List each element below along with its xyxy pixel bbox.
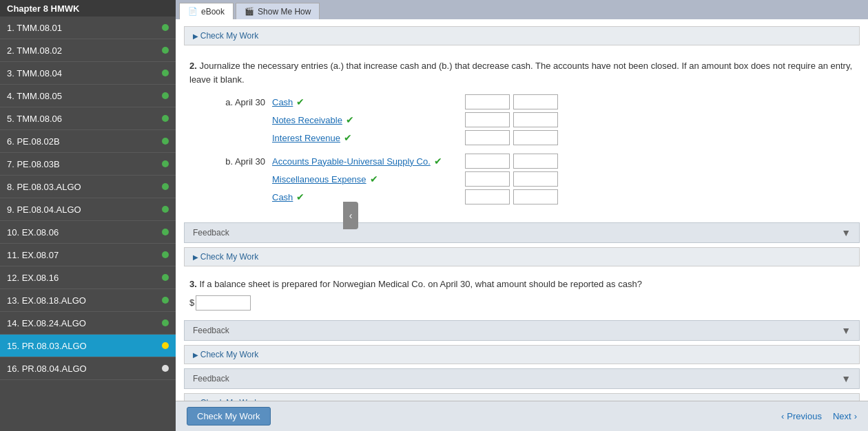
tab-show-me-how[interactable]: 🎬 Show Me How [236,3,320,19]
interest-revenue-debit[interactable] [465,130,510,145]
accounts-payable-check: ✔ [434,156,442,167]
check-my-work-bottom1-label: Check My Work [200,350,258,359]
cash-a-check: ✔ [296,96,304,107]
status-dot-5 [162,115,169,122]
misc-expense-check: ✔ [370,174,378,185]
previous-label: Previous [787,411,822,421]
sidebar-items: 1. TMM.08.012. TMM.08.023. TMM.08.044. T… [0,17,176,380]
question-2-number: 2. [189,61,197,71]
interest-revenue-label[interactable]: Interest Revenue [272,133,340,143]
cash-amount-input[interactable] [196,295,251,311]
notes-receivable-label[interactable]: Notes Receivable [272,115,342,125]
sidebar-item-7[interactable]: 7. PE.08.03B [0,153,176,176]
check-my-work-top-label: Check My Work [200,31,258,41]
sidebar-item-5[interactable]: 5. TMM.08.06 [0,107,176,130]
sidebar-item-14[interactable]: 14. EX.08.24.ALGO [0,312,176,335]
sidebar-item-6[interactable]: 6. PE.08.02B [0,130,176,153]
notes-receivable-debit[interactable] [465,112,510,127]
bottom-bar: Check My Work ‹ Previous Next › [176,401,868,431]
next-label: Next [833,411,851,421]
feedback-bar-3: Feedback ▼ [184,368,860,389]
misc-expense-label[interactable]: Miscellaneous Expense [272,174,366,185]
interest-revenue-credit[interactable] [513,130,558,145]
feedback-label-1: Feedback [193,228,229,238]
entry-row-cash-b: Cash ✔ [189,189,854,204]
sidebar-item-1[interactable]: 1. TMM.08.01 [0,17,176,39]
accounts-payable-credit[interactable] [513,154,558,169]
previous-button[interactable]: ‹ Previous [781,411,822,421]
feedback-label-2: Feedback [193,326,229,335]
status-dot-2 [162,47,169,54]
check-my-work-bottom2[interactable]: Check My Work [184,393,860,401]
sidebar-item-label-9: 9. PE.08.04.ALGO [7,204,81,215]
notes-receivable-credit[interactable] [513,112,558,127]
sidebar-toggle[interactable]: ‹ [343,202,358,229]
status-dot-14 [162,319,169,326]
sidebar-item-label-8: 8. PE.08.03.ALGO [7,182,81,192]
sidebar-item-label-2: 2. TMM.08.02 [7,45,62,56]
accounts-payable-debit[interactable] [465,154,510,169]
status-dot-7 [162,160,169,167]
feedback-arrow-3: ▼ [841,373,851,384]
sidebar-item-label-15: 15. PR.08.03.ALGO [7,341,87,351]
check-my-work-button[interactable]: Check My Work [187,407,271,425]
feedback-bar-2: Feedback ▼ [184,320,860,341]
status-dot-3 [162,70,169,76]
status-dot-6 [162,138,169,145]
section-b: b. April 30 Accounts Payable-Universal S… [189,154,854,204]
cash-b-debit[interactable] [465,189,510,204]
date-label-a: a. April 30 [217,97,272,107]
status-dot-13 [162,297,169,304]
entry-row-cash-a: a. April 30 Cash ✔ [189,94,854,109]
notes-receivable-inputs [465,112,558,127]
check-my-work-bottom1[interactable]: Check My Work [184,345,860,364]
tab-show-me-how-label: Show Me How [258,7,311,17]
sidebar-item-15[interactable]: 15. PR.08.03.ALGO [0,335,176,357]
cash-b-label[interactable]: Cash [272,192,293,202]
feedback-label-3: Feedback [193,374,229,383]
next-button[interactable]: Next › [833,411,857,421]
status-dot-8 [162,183,169,190]
sidebar: Chapter 8 HMWK 1. TMM.08.012. TMM.08.023… [0,0,176,431]
question-3-block: 3. If a balance sheet is prepared for No… [176,271,868,317]
cash-a-credit[interactable] [513,94,558,109]
entry-row-misc: Miscellaneous Expense ✔ [189,171,854,187]
question-3-text: If a balance sheet is prepared for Norwe… [199,279,641,289]
sidebar-item-11[interactable]: 11. EX.08.07 [0,244,176,266]
sidebar-item-label-3: 3. TMM.08.04 [7,68,62,78]
cash-b-check: ✔ [296,191,304,202]
cash-a-debit[interactable] [465,94,510,109]
sidebar-header: Chapter 8 HMWK [0,0,176,17]
sidebar-item-3[interactable]: 3. TMM.08.04 [0,62,176,85]
question-3-number: 3. [189,279,197,289]
cash-a-label[interactable]: Cash [272,97,293,107]
sidebar-item-label-7: 7. PE.08.03B [7,159,60,169]
sidebar-item-4[interactable]: 4. TMM.08.05 [0,85,176,107]
feedback-arrow-2: ▼ [841,325,851,336]
misc-expense-credit[interactable] [513,171,558,187]
sidebar-item-13[interactable]: 13. EX.08.18.ALGO [0,289,176,312]
sidebar-item-label-1: 1. TMM.08.01 [7,23,62,33]
sidebar-item-10[interactable]: 10. EX.08.06 [0,221,176,244]
sidebar-item-label-10: 10. EX.08.06 [7,227,59,238]
ebook-icon: 📄 [188,7,198,16]
accounts-payable-label[interactable]: Accounts Payable-Universal Supply Co. [272,156,431,167]
sidebar-item-8[interactable]: 8. PE.08.03.ALGO [0,176,176,198]
sidebar-item-9[interactable]: 9. PE.08.04.ALGO [0,198,176,221]
chevron-right-icon: › [854,411,857,421]
cash-b-credit[interactable] [513,189,558,204]
sidebar-item-2[interactable]: 2. TMM.08.02 [0,39,176,62]
sidebar-item-label-5: 5. TMM.08.06 [7,114,62,124]
sidebar-item-12[interactable]: 12. EX.08.16 [0,266,176,289]
misc-expense-debit[interactable] [465,171,510,187]
interest-revenue-inputs [465,130,558,145]
status-dot-16 [162,365,169,372]
sidebar-item-label-13: 13. EX.08.18.ALGO [7,295,86,306]
tab-ebook[interactable]: 📄 eBook [179,3,234,19]
notes-receivable-check: ✔ [346,114,354,125]
check-my-work-mid[interactable]: Check My Work [184,247,860,266]
entry-row-interest: Interest Revenue ✔ [189,130,854,145]
sidebar-item-16[interactable]: 16. PR.08.04.ALGO [0,357,176,380]
check-my-work-top[interactable]: Check My Work [184,26,860,45]
sidebar-header-title: Chapter 8 HMWK [7,3,79,14]
